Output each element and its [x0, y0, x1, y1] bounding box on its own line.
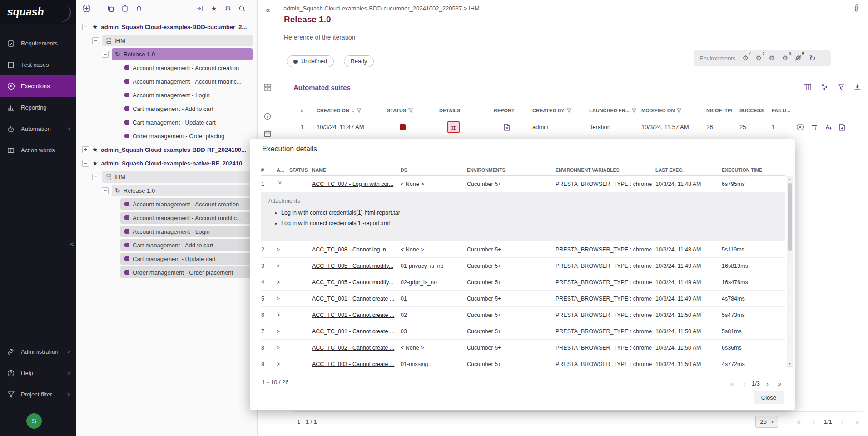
col-created-on[interactable]: CREATED ON↓: [317, 107, 387, 114]
tree-node-suite[interactable]: Account management - Account creation: [76, 197, 257, 211]
tree-node-project[interactable]: ★ admin_Squash Cloud-examples-BDD-RF_202…: [76, 143, 257, 156]
calendar-icon[interactable]: [264, 130, 271, 137]
environment-gear-icon[interactable]: ⚙: [768, 54, 776, 62]
execution-link[interactable]: ACC_TC_001 - Cannot create ...: [312, 312, 401, 318]
funnel-icon[interactable]: [838, 84, 844, 90]
tree-node-campaign[interactable]: IHM: [76, 170, 257, 184]
environment-gear-off-icon[interactable]: ⚙5: [794, 54, 802, 62]
sidebar-item-administration[interactable]: Administration >: [0, 341, 76, 362]
tree-node-suite[interactable]: Cart management - Add to cart: [76, 238, 257, 252]
dashboard-grid-icon[interactable]: [264, 84, 271, 91]
next-page-icon[interactable]: ›: [836, 418, 848, 426]
automated-suite-row[interactable]: 1 10/3/24, 11:47 AM admin Iteration 10/3…: [301, 117, 864, 137]
col-created-by[interactable]: CREATED BY: [532, 108, 589, 113]
execution-row[interactable]: 7 > ACC_TC_001 - Cannot create ... 03 Cu…: [261, 323, 785, 340]
tree-node-suite[interactable]: Cart management - Update cart: [76, 252, 257, 266]
tree-node-suite[interactable]: Cart management - Add to cart: [76, 102, 257, 115]
sidebar-item-action-words[interactable]: Action words: [0, 140, 76, 161]
tree-node-project[interactable]: ★ admin_Squash Cloud-examples-BDD-cucumb…: [76, 20, 257, 34]
expand-row-chevron-icon[interactable]: >: [277, 345, 283, 351]
report-icon[interactable]: [504, 124, 510, 131]
search-icon[interactable]: [237, 4, 247, 14]
sidebar-item-automation[interactable]: Automation >: [0, 118, 76, 140]
execution-row-partial[interactable]: 9 > ACC_TC_003 - Cannot create ... 01-mi…: [261, 356, 785, 368]
sidebar-item-requirements[interactable]: Requirements: [0, 33, 76, 54]
execution-link[interactable]: ACC_TC_005 - Cannot modify...: [312, 263, 401, 269]
expand-row-chevron-icon[interactable]: >: [277, 246, 283, 253]
close-dialog-button[interactable]: Close: [754, 391, 784, 404]
favorites-star-icon[interactable]: ★: [209, 4, 219, 14]
expand-row-chevron-icon[interactable]: >: [277, 296, 283, 302]
delete-icon[interactable]: [134, 4, 144, 14]
tree-node-suite[interactable]: Cart management - Update cart: [76, 115, 257, 129]
collapse-toggle[interactable]: [82, 24, 89, 30]
breadcrumb[interactable]: admin_Squash Cloud-examples-BDD-cucumber…: [283, 5, 480, 12]
last-page-icon[interactable]: »: [851, 418, 863, 426]
user-avatar[interactable]: S: [26, 413, 42, 429]
environment-gear-2-icon[interactable]: ⚙2: [754, 54, 763, 62]
collapse-toggle[interactable]: [92, 37, 99, 44]
tree-node-suite[interactable]: Account management - Account modific...: [76, 75, 257, 88]
execution-row[interactable]: 2 > ACC_TC_008 - Cannot log in ... < Non…: [261, 241, 785, 258]
expand-row-chevron-icon[interactable]: >: [277, 328, 283, 335]
prev-page-icon[interactable]: ‹: [808, 418, 820, 426]
sidebar-item-project-filter[interactable]: Project filter >: [0, 384, 76, 405]
expand-row-chevron-icon[interactable]: >: [277, 312, 283, 318]
download-icon[interactable]: [854, 84, 861, 90]
tree-node-campaign[interactable]: IHM: [76, 34, 257, 47]
export-results-icon[interactable]: [825, 124, 832, 131]
scrollbar-thumb[interactable]: [788, 183, 792, 251]
page-size-select[interactable]: 25▾: [755, 416, 778, 428]
stop-execution-icon[interactable]: [796, 123, 804, 131]
execution-link[interactable]: ACC_TC_005 - Cannot modify...: [312, 279, 401, 286]
copy-icon[interactable]: [106, 4, 116, 14]
scroll-down-icon[interactable]: ▼: [787, 361, 793, 366]
col-modified-on[interactable]: MODIFIED ON: [641, 108, 706, 113]
tree-node-suite[interactable]: Account management - Account creation: [76, 61, 257, 75]
collapse-row-chevron-icon[interactable]: >: [277, 181, 283, 187]
collapse-toggle[interactable]: [82, 160, 89, 167]
first-page-icon[interactable]: «: [793, 418, 805, 426]
ready-state-chip[interactable]: Ready: [344, 55, 374, 67]
attachments-paperclip-icon[interactable]: [853, 4, 861, 13]
execution-row[interactable]: 1 > ACC_TC_007 - Log in with cor... < No…: [261, 176, 785, 192]
execution-link[interactable]: ACC_TC_003 - Cannot create ...: [312, 361, 401, 367]
tree-node-iteration-selected[interactable]: ↻ Release 1.0: [76, 47, 257, 61]
tree-node-project[interactable]: ★ admin_Squash Cloud-examples-native-RF_…: [76, 156, 257, 170]
last-page-icon[interactable]: »: [774, 380, 786, 387]
execution-status-chip[interactable]: Undefined: [287, 55, 334, 67]
attachment-link[interactable]: Log in with correct credentials[1]-html-…: [281, 210, 400, 216]
refresh-environments-icon[interactable]: ↻: [809, 54, 815, 63]
first-page-icon[interactable]: «: [726, 380, 738, 387]
tree-node-suite[interactable]: Order management - Order placing: [76, 129, 257, 143]
scroll-up-icon[interactable]: ▲: [787, 176, 793, 182]
settings-gear-icon[interactable]: ⚙: [223, 4, 233, 14]
dialog-scrollbar[interactable]: ▲ ▼: [787, 176, 793, 367]
execution-link[interactable]: ACC_TC_001 - Cannot create ...: [312, 296, 401, 302]
attachment-link[interactable]: Log in with correct credentials[1]-repor…: [281, 220, 390, 226]
execution-row[interactable]: 6 > ACC_TC_001 - Cannot create ... 02 Cu…: [261, 307, 785, 323]
tree-node-suite[interactable]: Order management - Order placement: [76, 266, 257, 279]
import-export-icon[interactable]: [195, 4, 205, 14]
execution-link[interactable]: ACC_TC_007 - Log in with cor...: [312, 181, 401, 187]
next-page-icon[interactable]: ›: [761, 380, 774, 387]
sidebar-item-reporting[interactable]: Reporting: [0, 97, 76, 118]
tree-node-suite[interactable]: Account management - Account modific...: [76, 211, 257, 225]
execution-link[interactable]: ACC_TC_008 - Cannot log in ...: [312, 246, 401, 253]
expand-row-chevron-icon[interactable]: >: [277, 361, 283, 367]
execution-link[interactable]: ACC_TC_002 - Cannot create ...: [312, 345, 401, 351]
expand-row-chevron-icon[interactable]: >: [277, 263, 283, 269]
collapse-tree-icon[interactable]: «: [266, 5, 270, 15]
execution-link[interactable]: ACC_TC_001 - Cannot create ...: [312, 328, 401, 335]
tree-node-iteration[interactable]: ↻ Release 1.0: [76, 184, 257, 197]
col-launched-from[interactable]: LAUNCHED FR...: [589, 108, 641, 113]
sidebar-item-test-cases[interactable]: Test cases: [0, 54, 76, 75]
col-status[interactable]: STATUS: [387, 108, 439, 113]
execution-row[interactable]: 4 > ACC_TC_005 - Cannot modify... 02-gdp…: [261, 274, 785, 291]
filter-sliders-icon[interactable]: [821, 84, 828, 90]
add-item-icon[interactable]: [81, 4, 91, 14]
expand-toggle[interactable]: [82, 146, 89, 153]
columns-icon[interactable]: [804, 84, 811, 90]
collapse-toggle[interactable]: [92, 174, 99, 180]
environment-gear-ok-icon[interactable]: ⚙✓: [741, 54, 749, 62]
